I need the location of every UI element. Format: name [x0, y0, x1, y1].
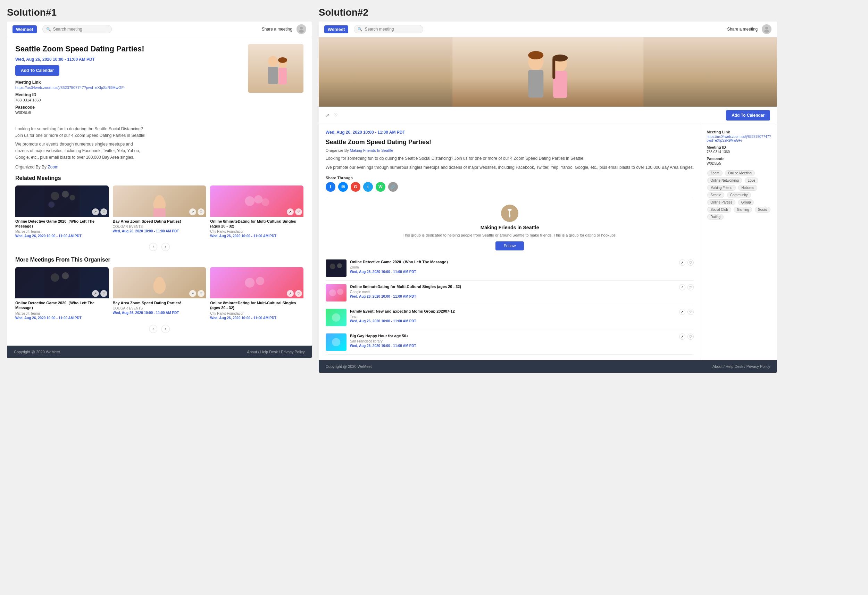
- card-title-1-2: Bay Area Zoom Speed Dating Parties!: [113, 219, 206, 224]
- list-share-1[interactable]: ↗: [679, 259, 685, 266]
- event-title-1: Seattle Zoom Speed Dating Parties!: [15, 44, 241, 54]
- list-org-4: San Francisco library: [350, 339, 676, 343]
- follow-btn-2[interactable]: Follow: [496, 241, 524, 250]
- card-img-1-1: ↗ ♡: [15, 185, 109, 217]
- tag-online-parties[interactable]: Online Parties: [707, 199, 735, 205]
- brand-logo-1[interactable]: Wemeet: [12, 25, 37, 33]
- organizer-link-1[interactable]: Zoom: [47, 165, 58, 170]
- card-img-1-2: ↗ ♡: [113, 185, 206, 217]
- svg-point-20: [51, 273, 59, 282]
- share-meeting-link-2[interactable]: Share a meeting: [727, 27, 757, 32]
- search-input-2[interactable]: [365, 27, 419, 32]
- tag-zoom[interactable]: Zoom: [707, 170, 722, 176]
- search-bar-2[interactable]: 🔍: [354, 25, 423, 33]
- more-card-share-3[interactable]: ↗: [287, 290, 294, 297]
- carousel-prev-2[interactable]: ‹: [149, 325, 157, 333]
- list-like-1[interactable]: ♡: [688, 259, 694, 266]
- carousel-next-1[interactable]: ›: [161, 243, 170, 251]
- list-org-2: Google meet: [350, 290, 676, 294]
- list-like-2[interactable]: ♡: [688, 284, 694, 290]
- tag-online-meeting[interactable]: Online Meeting: [725, 170, 754, 176]
- tag-social[interactable]: Social: [755, 207, 771, 213]
- footer-links-2[interactable]: About / Help Desk / Privacy Policy: [713, 364, 770, 369]
- list-actions-3: ↗ ♡: [679, 309, 694, 315]
- r-meeting-link-value[interactable]: https://us04web.zoom.us/j/83237507747?pw…: [707, 135, 772, 142]
- list-like-4[interactable]: ♡: [688, 333, 694, 340]
- search-bar-1[interactable]: 🔍: [42, 25, 112, 33]
- more-card-like-1[interactable]: ♡: [100, 290, 107, 297]
- card-share-3[interactable]: ↗: [287, 209, 294, 215]
- more-card-img-3: ↗ ♡: [210, 267, 303, 298]
- tag-online-networking[interactable]: Online Networking: [707, 178, 742, 184]
- share-twitter[interactable]: t: [363, 182, 373, 192]
- svg-point-45: [337, 289, 343, 295]
- hero-section-1: Seattle Zoom Speed Dating Parties! Wed, …: [15, 44, 303, 117]
- tag-making-friend[interactable]: Making Friend: [707, 185, 735, 191]
- tag-love[interactable]: Love: [745, 178, 759, 184]
- share-facebook[interactable]: f: [326, 182, 335, 192]
- share-whatsapp[interactable]: W: [376, 182, 385, 192]
- card-share-2[interactable]: ↗: [189, 209, 196, 215]
- list-share-3[interactable]: ↗: [679, 309, 685, 315]
- action-like-icon[interactable]: ♡: [333, 112, 338, 118]
- more-card-title-2: Bay Area Zoom Speed Dating Parties!: [113, 300, 206, 305]
- footer-1: Copyright @ 2020 WeMeet About / Help Des…: [7, 346, 312, 358]
- s2-meeting-list: Online Detective Game 2020（Who Left The …: [326, 256, 694, 355]
- more-meetings-title: More Meetings From This Organiser: [15, 257, 303, 263]
- list-org-3: Team: [350, 315, 676, 318]
- carousel-prev-1[interactable]: ‹: [149, 243, 157, 251]
- search-input-1[interactable]: [53, 27, 108, 32]
- org-avatar-2: [501, 204, 518, 222]
- more-card-like-3[interactable]: ♡: [295, 290, 302, 297]
- card-share-1[interactable]: ↗: [92, 209, 99, 215]
- svg-point-18: [262, 198, 269, 206]
- organizer-link-2[interactable]: Making Friends In Seattle: [350, 148, 393, 152]
- user-avatar-2[interactable]: [762, 24, 772, 34]
- tag-dating[interactable]: Dating: [707, 214, 723, 220]
- svg-point-1: [299, 30, 304, 33]
- tag-group[interactable]: Group: [738, 199, 754, 205]
- action-bar-2: ↗ ♡ Add To Calendar: [319, 107, 777, 124]
- svg-rect-8: [44, 185, 79, 217]
- share-meeting-link-1[interactable]: Share a meeting: [262, 27, 292, 32]
- card-like-3[interactable]: ♡: [295, 209, 302, 215]
- list-title-2: Online 8minuteDating for Multi-Cultural …: [350, 284, 676, 289]
- list-like-3[interactable]: ♡: [688, 309, 694, 315]
- more-card-share-2[interactable]: ↗: [189, 290, 196, 297]
- s2-event-title: Seattle Zoom Speed Dating Parties!: [326, 138, 694, 146]
- meeting-link-value-1[interactable]: https://us04web.zoom.us/j/83237507747?pw…: [15, 86, 241, 90]
- share-link[interactable]: 🔗: [388, 182, 398, 192]
- list-title-1: Online Detective Game 2020（Who Left The …: [350, 259, 676, 264]
- tag-hobbies[interactable]: Hobbies: [738, 185, 757, 191]
- action-share-icon[interactable]: ↗: [326, 112, 330, 118]
- r-passcode-label: Passcode: [707, 157, 772, 161]
- tag-seattle[interactable]: Seattle: [707, 192, 724, 198]
- more-card-share-1[interactable]: ↗: [92, 290, 99, 297]
- svg-rect-35: [552, 58, 555, 79]
- add-calendar-btn-2[interactable]: Add To Calendar: [726, 110, 770, 120]
- more-card-like-2[interactable]: ♡: [198, 290, 205, 297]
- svg-point-25: [256, 277, 264, 285]
- list-img-3: [326, 309, 347, 326]
- user-avatar-1[interactable]: [297, 24, 306, 34]
- list-share-2[interactable]: ↗: [679, 284, 685, 290]
- add-calendar-btn-1[interactable]: Add To Calendar: [15, 65, 59, 76]
- more-card-org-2: COUGAR EVENTS: [113, 306, 206, 310]
- share-gmail[interactable]: G: [351, 182, 360, 192]
- svg-point-11: [69, 195, 75, 200]
- footer-links-1[interactable]: About / Help Desk / Privacy Policy: [247, 350, 305, 354]
- card-date-1-1: Wed, Aug 26, 2020 10:00 - 11:00 AM PDT: [15, 234, 109, 238]
- tag-social-club[interactable]: Social Club: [707, 207, 731, 213]
- card-like-1[interactable]: ♡: [100, 209, 107, 215]
- carousel-next-2[interactable]: ›: [161, 325, 170, 333]
- more-card-org-3: City Parks Foundation: [210, 312, 303, 315]
- list-share-4[interactable]: ↗: [679, 333, 685, 340]
- more-carousel-nav: ‹ ›: [15, 325, 303, 333]
- card-1-2: ↗ ♡ Bay Area Zoom Speed Dating Parties! …: [113, 185, 206, 240]
- share-message[interactable]: ✉: [338, 182, 348, 192]
- tag-community[interactable]: Community: [727, 192, 751, 198]
- card-like-2[interactable]: ♡: [198, 209, 205, 215]
- tag-gaming[interactable]: Gaming: [734, 207, 752, 213]
- brand-logo-2[interactable]: Wemeet: [324, 25, 348, 33]
- more-card-img-2: ↗ ♡: [113, 267, 206, 298]
